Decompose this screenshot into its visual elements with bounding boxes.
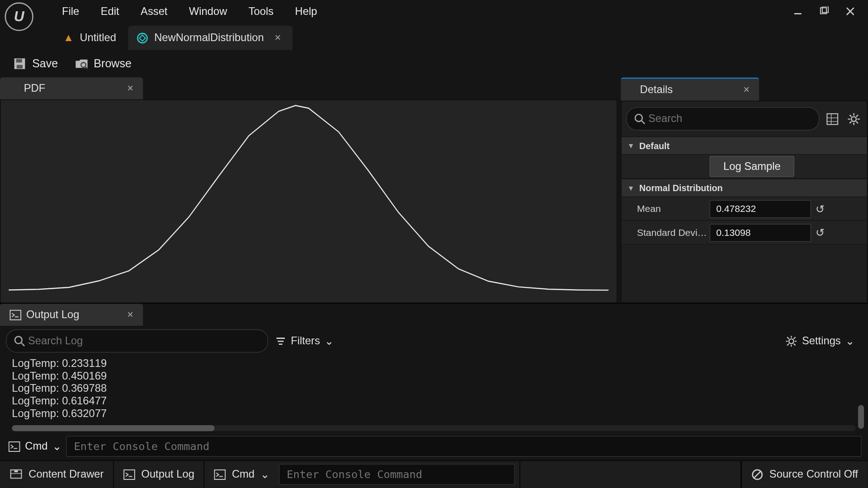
save-label: Save [32,57,58,70]
details-tab-label: Details [640,84,673,96]
status-cmd-selector[interactable]: Cmd ⌄ [204,461,279,488]
status-output-log-button[interactable]: Output Log [114,461,204,488]
output-log-tab-label: Output Log [26,309,79,321]
output-log-tab-close[interactable]: × [127,309,133,321]
save-icon [13,57,26,70]
settings-label: Settings [802,335,841,347]
window-close-button[interactable] [844,5,857,18]
source-control-label: Source Control Off [769,468,858,481]
chevron-down-icon: ⌄ [325,334,334,347]
log-text-area[interactable]: LogTemp: 0.233119LogTemp: 0.450169LogTem… [0,356,868,424]
svg-line-52 [754,471,761,478]
svg-point-17 [851,117,856,122]
cmd-label: Cmd [25,440,47,453]
category-label: Normal Distribution [639,183,723,193]
details-settings-button[interactable] [845,110,862,127]
mean-input[interactable] [710,200,811,218]
reset-mean-button[interactable]: ↺ [816,202,825,215]
tab-label: Untitled [80,32,116,44]
category-label: Default [639,141,670,150]
tab-pdf[interactable]: PDF × [0,77,143,99]
svg-line-24 [849,121,851,123]
svg-rect-49 [215,469,226,479]
browse-button[interactable]: Browse [75,57,132,70]
std-label: Standard Devi… [622,227,710,238]
content-drawer-button[interactable]: Content Drawer [0,461,114,488]
svg-line-25 [856,115,858,117]
asset-icon [137,32,148,44]
console-command-input[interactable] [66,436,862,457]
expand-arrow-icon: ▼ [627,184,635,192]
tab-label: NewNormalDistribution [154,32,264,44]
content-drawer-label: Content Drawer [28,468,104,481]
svg-rect-46 [14,470,18,472]
search-icon [634,113,646,125]
pdf-tab-close[interactable]: × [127,82,133,95]
log-vertical-scrollbar[interactable] [858,405,864,429]
level-icon: ▲ [63,32,74,44]
svg-point-28 [15,336,22,343]
details-search-input[interactable] [626,107,819,130]
menu-help[interactable]: Help [284,0,328,23]
browse-label: Browse [94,57,132,70]
svg-point-33 [789,338,794,343]
svg-rect-26 [10,310,21,319]
category-default[interactable]: ▼ Default [622,136,867,155]
filters-label: Filters [291,335,320,347]
tab-output-log[interactable]: Output Log × [0,304,143,326]
reset-std-button[interactable]: ↺ [816,226,825,239]
tab-asset-newnormaldistribution[interactable]: NewNormalDistribution × [128,26,293,50]
menu-file[interactable]: File [51,0,90,23]
log-sample-button[interactable]: Log Sample [710,156,794,177]
log-line: LogTemp: 0.369788 [12,382,855,395]
svg-rect-8 [17,65,23,69]
log-settings-button[interactable]: Settings ⌄ [785,334,862,347]
menu-asset[interactable]: Asset [130,0,178,23]
chevron-down-icon: ⌄ [845,334,854,347]
save-button[interactable]: Save [13,57,58,70]
cmd-selector[interactable]: Cmd ⌄ [8,440,61,453]
svg-line-22 [849,115,851,117]
tab-close-button[interactable]: × [274,32,281,44]
svg-line-29 [21,343,24,346]
status-output-log-label: Output Log [141,468,194,481]
details-search-field[interactable] [646,110,811,127]
svg-line-12 [642,121,645,124]
tab-details[interactable]: Details × [621,77,759,100]
details-tab-close[interactable]: × [743,84,750,96]
log-search-field[interactable] [26,332,260,349]
prohibit-icon [751,469,763,480]
std-input[interactable] [710,224,811,242]
browse-icon [75,57,88,70]
source-control-button[interactable]: Source Control Off [741,461,868,488]
tab-untitled-level[interactable]: ▲ Untitled [55,26,128,50]
window-maximize-button[interactable] [817,5,830,18]
log-line: LogTemp: 0.632077 [12,408,855,420]
log-search-input[interactable] [6,329,268,352]
filter-icon [275,336,286,347]
log-line: LogTemp: 0.450169 [12,370,855,382]
status-cmd-label: Cmd [232,468,255,481]
pdf-plot [0,99,617,303]
terminal-icon [8,441,20,452]
log-horizontal-scrollbar[interactable] [12,425,855,431]
drawer-icon [9,469,23,480]
property-matrix-button[interactable] [824,110,841,127]
window-minimize-button[interactable] [791,5,804,18]
log-filters-button[interactable]: Filters ⌄ [275,334,334,347]
status-console-command-input[interactable] [279,464,515,485]
menu-window[interactable]: Window [178,0,238,23]
svg-rect-7 [16,59,22,62]
category-normal-distribution[interactable]: ▼ Normal Distribution [622,178,867,197]
svg-line-39 [794,343,796,345]
menu-edit[interactable]: Edit [90,0,130,23]
chevron-down-icon: ⌄ [260,468,269,481]
svg-rect-13 [827,113,838,124]
svg-line-38 [787,337,789,338]
terminal-icon [9,310,21,320]
svg-line-23 [856,121,858,123]
chevron-down-icon: ⌄ [52,440,61,453]
log-line: LogTemp: 0.233119 [12,357,855,370]
menu-tools[interactable]: Tools [238,0,284,23]
terminal-icon [123,469,135,480]
